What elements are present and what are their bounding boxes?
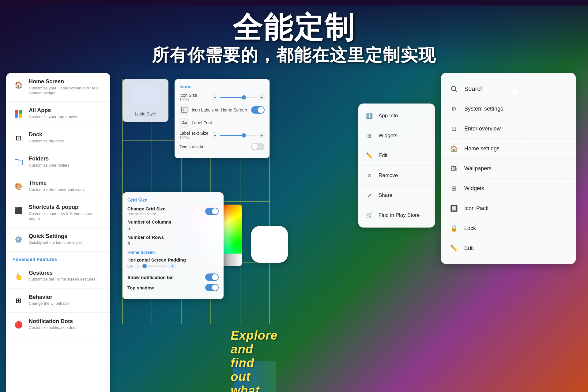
header-title: 全能定制 [233, 11, 355, 44]
change-grid-toggle[interactable] [205, 208, 219, 215]
sidebar-item-behavior[interactable]: ⊞ Behavior Change the UI behavior [6, 288, 110, 313]
sidebar-item-desc: Customize the theme and icons [29, 187, 104, 192]
context-item-app-info[interactable]: ℹ️ App Info [358, 106, 435, 126]
icon-size-slider-track[interactable] [220, 97, 257, 98]
label-size-plus-btn[interactable]: + [258, 132, 265, 138]
icons-section-title: Icons [179, 84, 265, 89]
header-subtitle: 所有你需要的，都能在这里定制实现 [152, 44, 436, 67]
icon-size-slider-container: − + [200, 94, 265, 100]
popup-item-home-settings[interactable]: 🏠 Home settings [441, 139, 576, 159]
center-area: Lable Style Icons Icon Size 100% − + [116, 73, 276, 392]
lable-style-box: Lable Style [123, 79, 168, 122]
popup-item-widgets[interactable]: ⊞ Widgets [441, 179, 576, 198]
sidebar-item-theme[interactable]: 🎨 Theme Customize the theme and icons [6, 174, 110, 198]
lable-icon-placeholder [133, 85, 158, 109]
svg-rect-3 [19, 114, 22, 118]
toggle-knob [212, 274, 218, 280]
sidebar-item-desc: Quickly set the launcher styles [29, 240, 104, 245]
sidebar-item-title: Shortcuts & popup [29, 204, 104, 211]
context-remove-label: Remove [379, 172, 398, 179]
sidebar-item-desc: Change the UI behavior [29, 301, 104, 306]
svg-line-16 [455, 90, 457, 92]
label-font-icon: Aa [179, 118, 189, 128]
sidebar-item-title: Behavior [29, 294, 104, 301]
horizontal-slider-track[interactable] [142, 266, 167, 267]
show-notification-label: Show notification bar [127, 275, 174, 280]
change-grid-row: Change Grid Size Use selected size [127, 206, 219, 216]
icon-labels-toggle[interactable] [251, 106, 265, 114]
horizontal-plus-btn[interactable]: + [169, 262, 176, 270]
icon-size-minus-btn[interactable]: − [212, 94, 218, 100]
svg-text:A: A [183, 108, 185, 112]
home-settings-icon: 🏠 [448, 143, 459, 154]
change-grid-label: Change Grid Size [127, 206, 205, 211]
sidebar-item-desc: Customize the Home screen gestures [29, 277, 104, 282]
widgets-icon: ⊞ [364, 131, 374, 141]
popup-item-search[interactable]: Search [441, 79, 576, 99]
popup-edit-label: Edit [464, 245, 474, 251]
quick-settings-icon: ⚙️ [12, 234, 24, 246]
lable-style-text: Lable Style [135, 111, 156, 116]
sidebar-item-folders[interactable]: Folders Customize your folders [6, 150, 110, 174]
remove-icon: ✕ [364, 171, 374, 180]
popup-item-lock[interactable]: 🔒 Lock [441, 218, 576, 238]
context-item-find-play-store[interactable]: 🛒 Find in Play Store [358, 205, 435, 225]
home-screen-icon: 🏠 [12, 79, 24, 91]
icon-size-row: Icon Size 100% − + [179, 93, 265, 102]
svg-point-15 [451, 86, 456, 91]
popup-wallpapers-label: Wallpapers [464, 165, 492, 172]
label-text-size-slider-track[interactable] [220, 135, 257, 136]
context-menu-panel: ℹ️ App Info ⊞ Widgets ✏️ Edit ✕ Remove ↗… [358, 104, 435, 228]
sidebar-item-dock[interactable]: ⊡ Dock Customize the dock [6, 126, 110, 150]
label-text-size-value: 100% [179, 136, 209, 140]
popup-item-wallpapers[interactable]: 🖼 Wallpapers [441, 159, 576, 179]
popup-item-icon-pack[interactable]: 🔲 Icon Pack [441, 198, 576, 218]
wallpapers-icon: 🖼 [448, 163, 459, 174]
sidebar-item-title: Notification Dots [29, 318, 104, 325]
label-font-row: Aa Label Font [179, 118, 265, 128]
svg-rect-0 [15, 110, 18, 114]
sidebar-item-shortcuts[interactable]: ⬛ Shortcuts & popup Customize shortcuts … [6, 198, 110, 227]
sidebar-item-home-screen[interactable]: 🏠 Home Screen Customize your Home screen… [6, 73, 110, 102]
sidebar-item-gestures[interactable]: 👆 Gestures Customize the Home screen ges… [6, 264, 110, 288]
content-area: 🏠 Home Screen Customize your Home screen… [0, 73, 588, 392]
context-item-share[interactable]: ↗ Share [358, 186, 435, 205]
popup-item-system-settings[interactable]: ⚙ System settings [441, 99, 576, 119]
toggle-knob [212, 208, 218, 214]
show-notification-toggle[interactable] [205, 273, 219, 281]
svg-text:Aa: Aa [182, 120, 187, 125]
popup-widgets-label: Widgets [464, 185, 484, 192]
sidebar-item-notification-dots[interactable]: 🔴 Notification Dots Customize notificati… [6, 313, 110, 337]
label-text-size-label: Label Text Size [179, 131, 209, 136]
top-shadow-label: Top shadow [127, 285, 154, 290]
two-line-toggle[interactable] [251, 143, 265, 150]
context-share-label: Share [379, 192, 392, 198]
icon-size-plus-btn[interactable]: + [258, 94, 265, 100]
columns-label: Number of Columns [127, 219, 219, 224]
context-widgets-label: Widgets [379, 133, 397, 139]
popup-panel-wrapper: Customizable Shortcuts & Popups Search ⚙… [447, 73, 582, 94]
dock-icon: ⊡ [12, 132, 24, 144]
popup-item-edit[interactable]: ✏️ Edit [441, 238, 576, 258]
sidebar-item-quick-settings[interactable]: ⚙️ Quick Settings Quickly set the launch… [6, 228, 110, 252]
change-grid-sub: Use selected size [127, 212, 205, 216]
shortcuts-icon: ⬛ [12, 205, 24, 217]
context-item-remove[interactable]: ✕ Remove [358, 166, 435, 186]
horizontal-minus-btn[interactable]: − [134, 263, 141, 269]
context-edit-label: Edit [379, 153, 387, 159]
rows-label: Number of Rows [127, 235, 219, 240]
context-item-widgets[interactable]: ⊞ Widgets [358, 126, 435, 146]
context-item-edit[interactable]: ✏️ Edit [358, 146, 435, 166]
home-screen-section-label: Home Screen [127, 250, 219, 255]
sidebar-item-title: Home Screen [29, 78, 104, 85]
grid-section-title: Grid Size [127, 197, 219, 202]
label-size-minus-btn[interactable]: − [212, 132, 218, 138]
app-info-icon: ℹ️ [364, 111, 374, 121]
top-shadow-toggle[interactable] [205, 284, 219, 291]
top-shadow-row: Top shadow [127, 284, 219, 291]
sidebar-item-all-apps[interactable]: All Apps Customize your app drawer [6, 102, 110, 126]
advanced-features-label: Advanced Features [6, 252, 110, 264]
notification-dots-icon: 🔴 [12, 319, 24, 331]
popup-item-enter-overview[interactable]: ⊟ Enter overview [441, 119, 576, 139]
sidebar-item-title: Folders [29, 156, 104, 162]
